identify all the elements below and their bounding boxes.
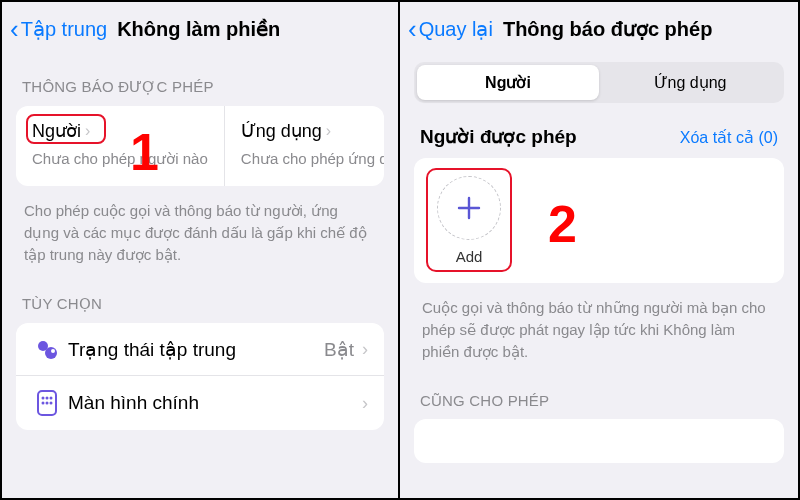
svg-point-8	[46, 402, 49, 405]
page-title: Thông báo được phép	[503, 17, 712, 41]
allowed-footnote: Cho phép cuộc gọi và thông báo từ người,…	[2, 186, 398, 273]
svg-point-2	[51, 349, 55, 353]
focus-status-row[interactable]: Trạng thái tập trung Bật ›	[16, 323, 384, 376]
nav-bar: ‹ Tập trung Không làm phiền	[2, 2, 398, 56]
segment-people[interactable]: Người	[417, 65, 599, 100]
allowed-people-card: Add	[414, 158, 784, 283]
back-label: Tập trung	[21, 17, 107, 41]
left-pane: ‹ Tập trung Không làm phiền THÔNG BÁO ĐƯ…	[2, 2, 400, 498]
plus-icon	[437, 176, 501, 240]
apps-cell[interactable]: Ứng dụng › Chưa cho phép ứng dụn...	[224, 106, 384, 186]
svg-point-9	[50, 402, 53, 405]
add-label: Add	[456, 248, 483, 265]
back-button[interactable]: ‹ Quay lại	[408, 16, 493, 42]
allowed-notifications-card: Người › Chưa cho phép người nào Ứng dụng…	[16, 106, 384, 186]
back-label: Quay lại	[419, 17, 493, 41]
right-footnote: Cuộc gọi và thông báo từ những người mà …	[400, 283, 798, 370]
svg-point-7	[42, 402, 45, 405]
apps-label: Ứng dụng	[241, 120, 322, 142]
section-allowed-label: THÔNG BÁO ĐƯỢC PHÉP	[2, 56, 398, 106]
home-screen-icon	[32, 390, 62, 416]
segment-apps[interactable]: Ứng dụng	[599, 65, 781, 100]
segmented-control: Người Ứng dụng	[400, 62, 798, 103]
svg-point-1	[45, 347, 57, 359]
svg-point-5	[46, 397, 49, 400]
svg-point-4	[42, 397, 45, 400]
options-list: Trạng thái tập trung Bật › Màn hình chín…	[16, 323, 384, 430]
section-also-label: CŨNG CHO PHÉP	[400, 370, 798, 419]
home-screen-row[interactable]: Màn hình chính ›	[16, 376, 384, 430]
allowed-people-header: Người được phép Xóa tất cả (0)	[400, 103, 798, 158]
focus-status-icon	[32, 337, 62, 361]
apps-sub: Chưa cho phép ứng dụn...	[241, 150, 384, 168]
home-screen-label: Màn hình chính	[68, 392, 362, 414]
allowed-people-label: Người được phép	[420, 125, 577, 148]
also-allow-list	[414, 419, 784, 463]
clear-all-button[interactable]: Xóa tất cả (0)	[680, 128, 778, 147]
focus-status-label: Trạng thái tập trung	[68, 338, 324, 361]
page-title: Không làm phiền	[117, 17, 280, 41]
nav-bar: ‹ Quay lại Thông báo được phép	[400, 2, 798, 56]
people-label: Người	[32, 120, 81, 142]
right-pane: ‹ Quay lại Thông báo được phép Người Ứng…	[400, 2, 798, 498]
svg-point-6	[50, 397, 53, 400]
chevron-right-icon: ›	[362, 393, 368, 414]
chevron-right-icon: ›	[362, 339, 368, 360]
people-cell[interactable]: Người › Chưa cho phép người nào	[16, 106, 224, 186]
back-button[interactable]: ‹ Tập trung	[10, 16, 107, 42]
chevron-right-icon: ›	[85, 122, 90, 140]
people-sub: Chưa cho phép người nào	[32, 150, 208, 168]
chevron-right-icon: ›	[326, 122, 331, 140]
chevron-left-icon: ‹	[408, 16, 417, 42]
focus-status-value: Bật	[324, 338, 354, 361]
section-options-label: TÙY CHỌN	[2, 273, 398, 323]
add-person-button[interactable]: Add	[432, 176, 506, 265]
chevron-left-icon: ‹	[10, 16, 19, 42]
